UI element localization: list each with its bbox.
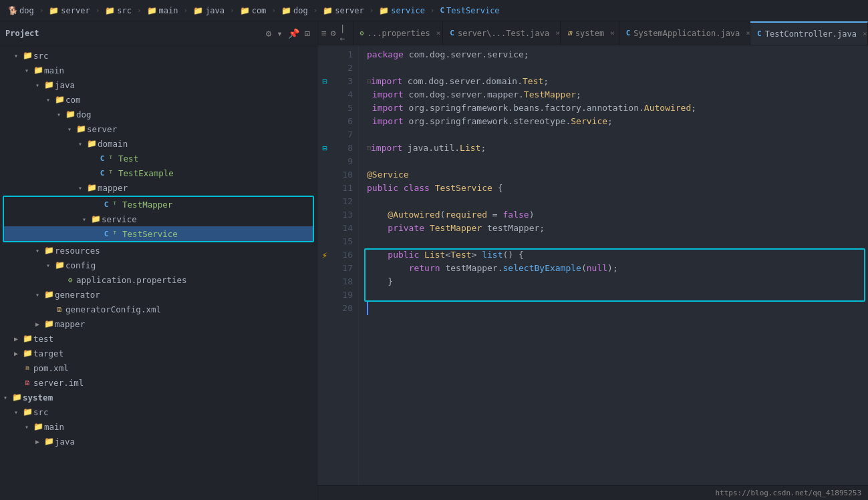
tree-item-system-project[interactable]: ▾ 📁 system — [0, 390, 317, 405]
folder-icon: 📁 — [32, 65, 44, 75]
iml-icon: 🗎 — [21, 379, 33, 387]
tree-item-main2[interactable]: ▾ 📁 main — [0, 419, 317, 434]
code-line-19 — [367, 288, 868, 302]
tab-test-java[interactable]: C server\...Test.java × — [443, 21, 561, 45]
sidebar-title: Project — [5, 29, 39, 38]
tree-item-application-properties[interactable]: ⚙ application.properties — [0, 272, 317, 287]
tree-item-server-iml[interactable]: 🗎 server.iml — [0, 375, 317, 390]
tree-item-generatorconfig[interactable]: 🗎 generatorConfig.xml — [0, 302, 317, 316]
tab-close-button[interactable]: × — [555, 29, 560, 37]
tree-item-mapper-folder2[interactable]: ▶ 📁 mapper — [0, 316, 317, 331]
plugin-icon[interactable]: ⚡ — [317, 248, 332, 262]
breadcrumb-service[interactable]: 📁 service — [376, 5, 428, 17]
sidebar-settings-icon[interactable]: ⚙ — [265, 27, 273, 40]
tree-item-mapper-folder[interactable]: ▾ 📁 mapper — [0, 180, 317, 195]
main-layout: Project ⚙ ▾ 📌 ⊡ ▾ 📁 src ▾ 📁 main — [0, 21, 868, 500]
project-folder-icon: 📁 — [11, 393, 23, 402]
tree-item-target[interactable]: ▶ 📁 target — [0, 346, 317, 360]
tree-item-dog[interactable]: ▾ 📁 dog — [0, 107, 317, 121]
tree-item-src[interactable]: ▾ 📁 src — [0, 48, 317, 63]
code-line-8: ⊟import java.util.List; — [367, 142, 868, 155]
tree-item-resources[interactable]: ▾ 📁 resources — [0, 243, 317, 258]
expand-arrow: ▾ — [32, 291, 43, 298]
expand-arrow: ▶ — [32, 438, 43, 445]
tree-item-pom[interactable]: m pom.xml — [0, 360, 317, 375]
class-icon: C — [440, 6, 444, 15]
tab-properties[interactable]: ⚙ ...properties × — [353, 21, 444, 45]
sidebar-tree: ▾ 📁 src ▾ 📁 main ▾ 📁 java ▾ — [0, 45, 317, 500]
tree-item-service-folder[interactable]: ▾ 📁 service — [4, 212, 313, 226]
tab-close-button[interactable]: × — [436, 29, 441, 37]
tool-gear-icon[interactable]: ⚙ — [331, 28, 336, 38]
folder-icon: 📁 — [43, 80, 55, 89]
folder-icon: 📁 — [53, 260, 65, 270]
folder-icon: 📁 — [147, 6, 157, 15]
expand-arrow: ▾ — [11, 409, 21, 416]
tool-list-icon[interactable]: ≡ — [321, 28, 327, 38]
tree-item-test-folder[interactable]: ▶ 📁 test — [0, 331, 317, 346]
tree-item-testmapper[interactable]: C ᵀ TestMapper — [4, 197, 313, 212]
code-line-16: public List<Test> list() { — [367, 248, 868, 262]
breadcrumb-dog-label: dog — [19, 6, 34, 15]
tree-item-domain[interactable]: ▾ 📁 domain — [0, 136, 317, 151]
tab-close-button[interactable]: × — [746, 29, 750, 37]
tool-pin-icon[interactable]: |← — [340, 23, 349, 43]
folder-icon: 📁 — [281, 6, 291, 15]
breadcrumb-java[interactable]: 📁 java — [190, 5, 227, 17]
code-highlight-region: public List<Test> list() { return testMa… — [367, 248, 868, 302]
status-bar: https://blog.csdn.net/qq_41895253 — [317, 485, 868, 500]
breadcrumb-dog2[interactable]: 📁 dog — [279, 5, 311, 17]
tree-item-config[interactable]: ▾ 📁 config — [0, 258, 317, 272]
expand-arrow: ▾ — [11, 52, 21, 59]
code-line-9 — [367, 155, 868, 168]
sidebar-header: Project ⚙ ▾ 📌 ⊡ — [0, 21, 317, 45]
breadcrumb-src[interactable]: 📁 src — [102, 5, 134, 17]
code-line-14: private TestMapper testMapper; — [367, 222, 868, 235]
sidebar-expand-icon[interactable]: ⊡ — [303, 27, 311, 40]
tree-item-testservice[interactable]: C ᵀ TestService — [4, 226, 313, 241]
tree-item-testexample[interactable]: C ᵀ TestExample — [0, 166, 317, 180]
breadcrumb-testservice[interactable]: C TestService — [437, 5, 502, 17]
fold-indicator[interactable]: ⊟ — [317, 75, 332, 88]
folder-icon: 📁 — [379, 6, 389, 15]
expand-arrow: ▾ — [21, 423, 32, 431]
sidebar-pin-icon[interactable]: 📌 — [287, 27, 301, 40]
tree-item-java[interactable]: ▾ 📁 java — [0, 77, 317, 92]
tree-item-server[interactable]: ▾ 📁 server — [0, 121, 317, 136]
dog-icon: 🐕 — [8, 6, 17, 15]
breadcrumb-server2[interactable]: 📁 server — [320, 5, 366, 17]
breadcrumb-server[interactable]: 📁 server — [46, 5, 92, 17]
fold-indicator2[interactable]: ⊟ — [317, 142, 332, 155]
folder-icon: 📁 — [43, 437, 55, 446]
tree-item-test-class[interactable]: C ᵀ Test — [0, 151, 317, 166]
tab-testcontroller[interactable]: C TestController.java × — [750, 21, 868, 45]
tab-close-button[interactable]: × — [610, 29, 615, 37]
tree-item-java2[interactable]: ▶ 📁 java — [0, 434, 317, 449]
expand-arrow: ▶ — [11, 335, 21, 342]
tree-item-src2[interactable]: ▾ 📁 src — [0, 405, 317, 419]
java-file-icon: C — [450, 29, 454, 37]
breadcrumb-com[interactable]: 📁 com — [237, 5, 269, 17]
tab-system[interactable]: m system × — [561, 21, 619, 45]
breadcrumb-main[interactable]: 📁 main — [144, 5, 181, 17]
code-line-3: ⊟import com.dog.server.domain.Test; — [367, 75, 868, 88]
expand-arrow: ▾ — [32, 247, 43, 254]
tab-close-button[interactable]: × — [863, 29, 867, 38]
code-line-6: import org.springframework.stereotype.Se… — [367, 115, 868, 128]
tree-item-generator[interactable]: ▾ 📁 generator — [0, 287, 317, 302]
m-file-icon: m — [567, 29, 572, 37]
breadcrumb-dog[interactable]: 🐕 dog — [5, 5, 37, 17]
tree-item-main[interactable]: ▾ 📁 main — [0, 63, 317, 77]
expand-arrow: ▾ — [43, 96, 53, 103]
folder-icon: 📁 — [43, 290, 55, 299]
sidebar-collapse-icon[interactable]: ▾ — [275, 27, 283, 40]
expand-arrow: ▾ — [75, 184, 86, 192]
folder-icon: 📁 — [240, 6, 250, 15]
class-icon: C — [100, 230, 112, 238]
tree-item-com[interactable]: ▾ 📁 com — [0, 92, 317, 107]
tab-systemapplication[interactable]: C SystemApplication.java × — [619, 21, 750, 45]
code-line-11: public class TestService { — [367, 182, 868, 195]
code-content[interactable]: package com.dog.server.service; ⊟import … — [359, 45, 868, 485]
expand-arrow: ▾ — [53, 111, 64, 118]
service-highlight-box: C ᵀ TestMapper ▾ 📁 service C ᵀ TestServi… — [3, 196, 314, 242]
